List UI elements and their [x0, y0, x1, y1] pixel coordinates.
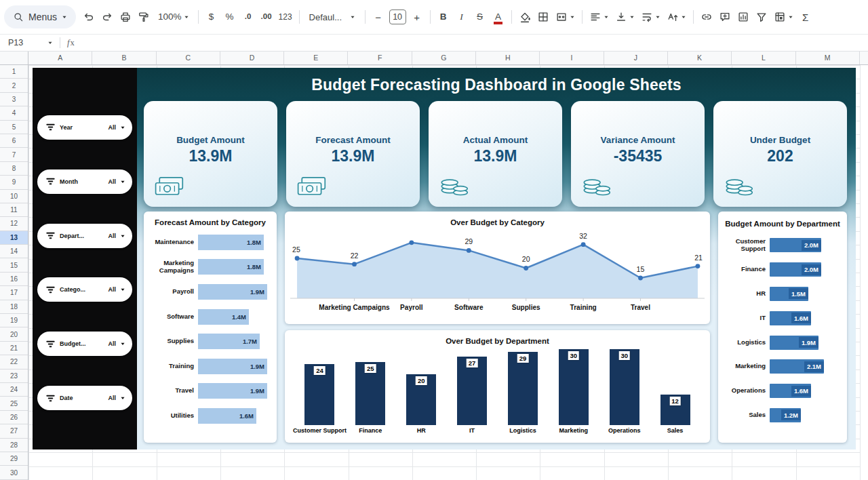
font-size-button[interactable]: 10	[389, 9, 406, 24]
filter-year-button[interactable]: YearAll	[37, 115, 132, 140]
bar-category-label: Supplies	[149, 338, 198, 345]
column-header-K[interactable]: K	[668, 52, 732, 64]
increase-font-size-button[interactable]: +	[408, 7, 426, 26]
svg-text:Marketing Campaigns: Marketing Campaigns	[319, 304, 390, 311]
row-header-14[interactable]: 14	[0, 245, 28, 258]
row-header-23[interactable]: 23	[0, 369, 28, 383]
row-header-2[interactable]: 2	[0, 79, 28, 92]
filter-month-button[interactable]: MonthAll	[37, 169, 132, 194]
menus-button[interactable]: Menus	[4, 5, 76, 28]
column-bar: 20	[406, 374, 436, 425]
increase-decimal-button[interactable]: .00	[258, 7, 275, 26]
filter-date-button[interactable]: DateAll	[37, 386, 132, 410]
column-header-E[interactable]: E	[284, 52, 348, 64]
undo-button[interactable]	[80, 7, 98, 26]
text-color-button[interactable]: A	[490, 7, 507, 26]
column-header-I[interactable]: I	[540, 52, 604, 64]
row-header-13[interactable]: 13	[0, 231, 28, 245]
row-header-20[interactable]: 20	[0, 327, 28, 341]
column-header-J[interactable]: J	[604, 52, 668, 64]
decrease-decimal-button[interactable]: .0	[239, 7, 257, 26]
pivot-table-button[interactable]	[771, 7, 796, 26]
bar: 1.6M	[770, 311, 811, 325]
filter-value: All	[108, 395, 116, 401]
banknote-icon	[153, 176, 186, 199]
row-header-12[interactable]: 12	[0, 217, 28, 231]
borders-button[interactable]	[534, 7, 552, 26]
row-header-8[interactable]: 8	[0, 162, 28, 176]
column-header-M[interactable]: M	[796, 52, 860, 64]
strikethrough-button[interactable]: S	[471, 7, 489, 26]
decrease-font-size-button[interactable]: −	[370, 7, 387, 26]
zoom-button[interactable]: 100%	[153, 7, 194, 26]
row-header-6[interactable]: 6	[0, 134, 28, 148]
format-currency-button[interactable]: $	[203, 7, 220, 26]
name-box[interactable]: P13	[0, 38, 53, 47]
paint-format-button[interactable]	[135, 7, 153, 26]
row-header-1[interactable]: 1	[0, 65, 28, 79]
italic-button[interactable]: I	[453, 7, 471, 26]
svg-text:Travel: Travel	[631, 304, 650, 311]
text-wrap-button[interactable]	[638, 7, 663, 26]
column-header-C[interactable]: C	[157, 52, 220, 64]
insert-comment-button[interactable]	[716, 7, 734, 26]
undo-icon	[83, 11, 95, 23]
filter-budget-button[interactable]: Budget...All	[37, 332, 132, 356]
column-header-A[interactable]: A	[28, 52, 92, 64]
row-header-25[interactable]: 25	[0, 397, 28, 410]
row-header-27[interactable]: 27	[0, 424, 28, 438]
column-header-D[interactable]: D	[220, 52, 284, 64]
column-header-L[interactable]: L	[732, 52, 795, 64]
row-header-18[interactable]: 18	[0, 300, 28, 314]
bar-row: Maintenance1.8M	[149, 230, 271, 255]
coins-icon	[723, 176, 755, 199]
insert-link-button[interactable]	[698, 7, 715, 26]
merge-cells-button[interactable]	[553, 7, 578, 26]
row-header-11[interactable]: 11	[0, 203, 28, 217]
row-header-19[interactable]: 19	[0, 314, 28, 327]
row-header-3[interactable]: 3	[0, 93, 28, 106]
column-header-B[interactable]: B	[92, 52, 156, 64]
format-percent-button[interactable]: %	[221, 7, 239, 26]
row-header-21[interactable]: 21	[0, 342, 28, 355]
functions-button[interactable]: Σ	[797, 7, 814, 26]
over-budget-by-category-panel: Over Budget by Category 25222920321521Ma…	[285, 212, 710, 324]
row-header-22[interactable]: 22	[0, 355, 28, 369]
vertical-align-button[interactable]	[612, 7, 637, 26]
more-formats-button[interactable]: 123	[276, 7, 295, 26]
font-label: Defaul...	[309, 13, 342, 22]
row-header-5[interactable]: 5	[0, 121, 28, 134]
row-header-16[interactable]: 16	[0, 273, 28, 286]
row-header-30[interactable]: 30	[0, 466, 28, 479]
filter-value: All	[108, 286, 116, 293]
budget-by-department-chart: Customer Support2.0MFinance2.0MHR1.5MIT1…	[724, 233, 842, 427]
horizontal-align-button[interactable]	[587, 7, 612, 26]
row-header-26[interactable]: 26	[0, 411, 28, 424]
row-header-15[interactable]: 15	[0, 258, 28, 272]
row-header-7[interactable]: 7	[0, 148, 28, 161]
filter-depart-button[interactable]: Depart...All	[37, 224, 132, 248]
row-header-9[interactable]: 9	[0, 176, 28, 189]
kpi-title: Budget Amount	[144, 135, 277, 145]
column-header-F[interactable]: F	[348, 52, 412, 64]
row-header-10[interactable]: 10	[0, 190, 28, 203]
select-all-corner[interactable]	[0, 52, 28, 64]
row-header-17[interactable]: 17	[0, 286, 28, 300]
bold-button[interactable]: B	[435, 7, 452, 26]
insert-chart-button[interactable]	[734, 7, 752, 26]
row-header-29[interactable]: 29	[0, 452, 28, 466]
column-header-G[interactable]: G	[412, 52, 476, 64]
column-header-H[interactable]: H	[476, 52, 540, 64]
row-header-24[interactable]: 24	[0, 383, 28, 397]
print-button[interactable]	[117, 7, 134, 26]
create-filter-button[interactable]	[753, 7, 770, 26]
bar-category-label: Maintenance	[149, 239, 198, 246]
filter-catego-button[interactable]: Catego...All	[37, 277, 132, 302]
text-rotation-button[interactable]	[664, 7, 689, 26]
redo-button[interactable]	[98, 7, 116, 26]
row-header-28[interactable]: 28	[0, 439, 28, 452]
font-button[interactable]: Defaul...	[304, 7, 361, 26]
fill-color-button[interactable]	[516, 7, 534, 26]
row-header-4[interactable]: 4	[0, 106, 28, 120]
bar-value-label: 1.9M	[250, 387, 267, 395]
